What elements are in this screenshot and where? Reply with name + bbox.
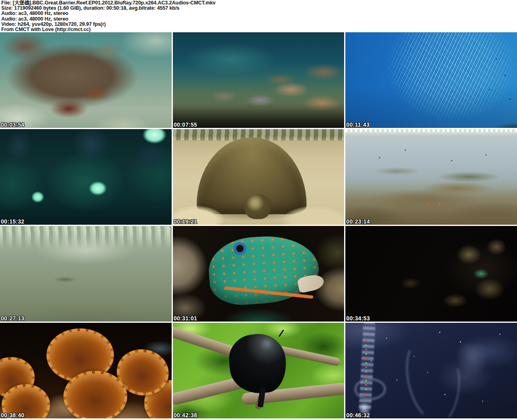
timestamp-overlay: 00:23:14	[346, 218, 370, 225]
credit-line: From CMCT with Love (http://cmct.cc)	[1, 27, 517, 32]
timestamp-overlay: 00:11:43	[346, 121, 370, 128]
video-thumbnail-salp-plankton: 00:46:32	[345, 323, 517, 418]
timestamp-overlay: 00:19:21	[174, 218, 197, 225]
timestamp-overlay: 00:27:13	[1, 315, 24, 322]
timestamp-overlay: 00:15:32	[1, 218, 24, 225]
audio-track-1-line: Audio: ac3, 48000 Hz, stereo	[1, 11, 517, 16]
timestamp-overlay: 00:07:55	[174, 121, 197, 128]
video-thumbnail-noddy-bird: 00:42:38	[173, 323, 345, 418]
video-thumbnail-fish-school: 00:11:43	[345, 32, 517, 128]
timestamp-overlay: 00:46:32	[346, 412, 370, 418]
video-thumbnail-parrotfish-closeup: 00:31:01	[173, 226, 345, 322]
video-thumbnail-coral-bommie: 00:03:54	[0, 32, 172, 128]
timestamp-overlay: 00:38:40	[1, 412, 24, 418]
video-thumbnail-coral-polyps: 00:38:40	[0, 323, 172, 418]
timestamp-overlay: 00:34:53	[346, 315, 370, 322]
video-thumbnail-bumphead-parrotfish: 00:15:32	[0, 129, 172, 225]
surf-foam-line	[345, 129, 517, 132]
turtle-head	[245, 194, 271, 219]
jelly-blob	[455, 344, 490, 376]
timestamp-overlay: 00:03:54	[1, 121, 24, 128]
video-thumbnail-reef-flat-shore: 00:23:14	[345, 129, 517, 225]
thumbnail-grid: 00:03:54 00:07:55 00:11:43 00:15:32 00:1…	[0, 32, 517, 418]
plankton-glow	[357, 403, 371, 413]
video-thumbnail-night-reef: 00:34:53	[345, 226, 517, 322]
media-info-header: File: [大堡礁].BBC.Great.Barrier.Reef.EP01.…	[0, 0, 517, 32]
video-thumbnail-reef-wide: 00:07:55	[173, 32, 345, 128]
audio-track-2-line: Audio: ac3, 48000 Hz, stereo	[1, 17, 517, 22]
timestamp-overlay: 00:42:38	[174, 412, 197, 418]
timestamp-overlay: 00:31:01	[174, 315, 197, 322]
size-duration-bitrate-line: Size: 1719092460 bytes (1.60 GiB), durat…	[1, 6, 517, 11]
surface-ripples	[0, 226, 172, 249]
video-thumbnail-murky-lagoon: 00:27:13	[0, 226, 172, 322]
salp-iridescent-beads	[365, 340, 367, 397]
video-thumbnail-sea-turtle: 00:19:21	[173, 129, 345, 225]
